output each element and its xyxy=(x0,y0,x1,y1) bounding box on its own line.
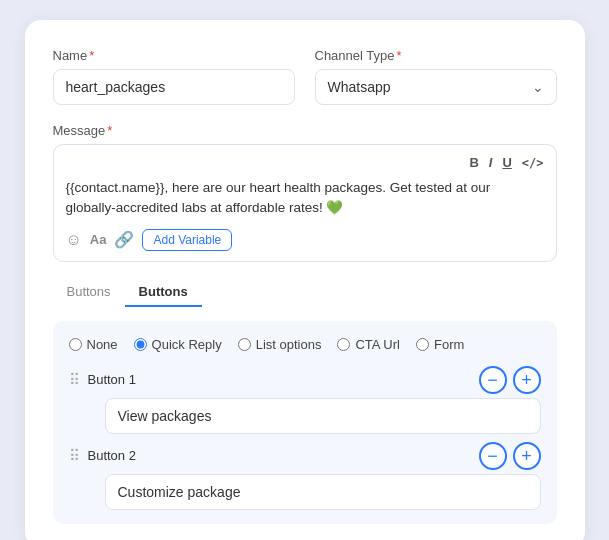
radio-form[interactable]: Form xyxy=(416,337,464,352)
form-card: Name* Channel Type* Whatsapp ⌄ Message* … xyxy=(25,20,585,540)
radio-quick-reply[interactable]: Quick Reply xyxy=(134,337,222,352)
drag-icon-2[interactable]: ⠿ xyxy=(69,447,80,465)
buttons-section: Buttons Buttons None Quick Reply List op… xyxy=(53,278,557,524)
button-1-actions: − + xyxy=(479,366,541,394)
attachment-icon[interactable]: 🔗 xyxy=(114,230,134,249)
italic-button[interactable]: I xyxy=(489,155,493,170)
buttons-tabs: Buttons Buttons xyxy=(53,278,557,307)
tab-buttons-1[interactable]: Buttons xyxy=(53,278,125,307)
emoji-icon[interactable]: ☺ xyxy=(66,231,82,249)
channel-label: Channel Type* xyxy=(315,48,557,63)
drag-icon-1[interactable]: ⠿ xyxy=(69,371,80,389)
button-1-label: Button 1 xyxy=(88,372,148,387)
channel-select[interactable]: Whatsapp ⌄ xyxy=(315,69,557,105)
button-1-input[interactable] xyxy=(105,398,541,434)
name-label: Name* xyxy=(53,48,295,63)
radio-list-options[interactable]: List options xyxy=(238,337,322,352)
chevron-down-icon: ⌄ xyxy=(532,79,544,95)
message-box: B I U </> {{contact.name}}, here are our… xyxy=(53,144,557,262)
name-input[interactable] xyxy=(53,69,295,105)
message-section: Message* B I U </> {{contact.name}}, her… xyxy=(53,123,557,262)
channel-field: Channel Type* Whatsapp ⌄ xyxy=(315,48,557,105)
button-type-radio-group: None Quick Reply List options CTA Url Fo… xyxy=(69,337,541,352)
name-field: Name* xyxy=(53,48,295,105)
tab-buttons-2[interactable]: Buttons xyxy=(125,278,202,307)
add-variable-button[interactable]: Add Variable xyxy=(142,229,232,251)
name-channel-row: Name* Channel Type* Whatsapp ⌄ xyxy=(53,48,557,105)
message-label: Message* xyxy=(53,123,557,138)
button-1-row: ⠿ Button 1 − + xyxy=(69,366,541,394)
radio-cta-url[interactable]: CTA Url xyxy=(337,337,400,352)
radio-none[interactable]: None xyxy=(69,337,118,352)
message-actions: ☺ Aa 🔗 Add Variable xyxy=(66,229,544,251)
button-2-container: ⠿ Button 2 − + xyxy=(69,442,541,510)
message-text: {{contact.name}}, here are our heart hea… xyxy=(66,178,544,219)
channel-value: Whatsapp xyxy=(328,79,532,95)
message-toolbar: B I U </> xyxy=(66,155,544,170)
button-2-input[interactable] xyxy=(105,474,541,510)
button-1-container: ⠿ Button 1 − + xyxy=(69,366,541,434)
code-button[interactable]: </> xyxy=(522,155,544,170)
buttons-inner: None Quick Reply List options CTA Url Fo… xyxy=(53,321,557,524)
add-button-1[interactable]: + xyxy=(513,366,541,394)
remove-button-2[interactable]: − xyxy=(479,442,507,470)
button-2-label: Button 2 xyxy=(88,448,148,463)
font-icon[interactable]: Aa xyxy=(90,232,107,247)
underline-button[interactable]: U xyxy=(502,155,511,170)
button-2-row: ⠿ Button 2 − + xyxy=(69,442,541,470)
bold-button[interactable]: B xyxy=(469,155,478,170)
remove-button-1[interactable]: − xyxy=(479,366,507,394)
button-2-actions: − + xyxy=(479,442,541,470)
add-button-2[interactable]: + xyxy=(513,442,541,470)
